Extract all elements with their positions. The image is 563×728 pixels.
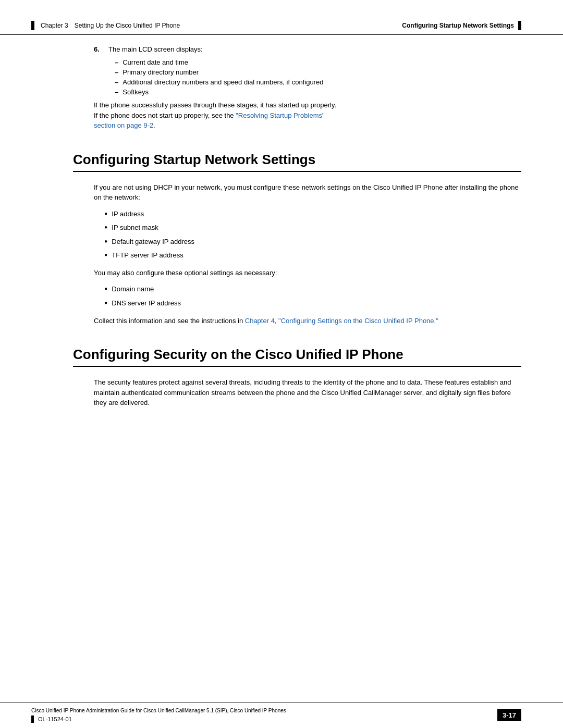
header-section-title: Configuring Startup Network Settings [402,22,514,29]
header-chapter-label: Chapter 3 [41,22,68,29]
optional-bullet-1: • Domain name [104,284,521,295]
dash-item-2: – Primary directory number [115,68,521,76]
bullet-item-4: • TFTP server IP address [104,250,521,262]
dash-text-3: Additional directory numbers and speed d… [123,78,323,86]
section2-body: The security features protect against se… [94,377,521,408]
section1-intro: If you are not using DHCP in your networ… [94,182,521,203]
bullet-text-1: IP address [112,209,144,219]
dash-symbol-4: – [115,88,118,96]
collect-info-para: Collect this information and see the ins… [94,316,521,326]
dash-item-3: – Additional directory numbers and speed… [115,78,521,86]
bullet-text-3: Default gateway IP address [112,237,194,247]
dash-item-4: – Softkeys [115,88,521,96]
section-on-page-link[interactable]: section on page 9-2. [94,121,155,129]
bullet-text-4: TFTP server IP address [112,250,183,261]
step-text: The main LCD screen displays: [108,45,203,53]
optional-text-2: DNS server IP address [112,298,181,309]
dash-symbol-1: – [115,58,118,66]
header-left: Chapter 3 Setting Up the Cisco Unified I… [31,21,180,30]
closing-line2-prefix: If the phone does not start up properly,… [94,112,236,119]
page: Chapter 3 Setting Up the Cisco Unified I… [0,0,563,728]
section2-heading: Configuring Security on the Cisco Unifie… [73,347,521,367]
step-number: 6. [94,45,104,53]
bullet-dot-2: • [104,223,107,234]
step-6: 6. The main LCD screen displays: [94,45,521,53]
header-right: Configuring Startup Network Settings [402,21,521,30]
header-bar-right-icon [518,21,521,30]
bullet-item-3: • Default gateway IP address [104,237,521,248]
page-footer: Cisco Unified IP Phone Administration Gu… [0,702,563,728]
header-bar-left-icon [31,21,34,30]
bullet-item-2: • IP subnet mask [104,223,521,234]
footer-doc-title: Cisco Unified IP Phone Administration Gu… [31,708,286,713]
closing-para: If the phone successfully passes through… [94,100,521,131]
dash-text-4: Softkeys [123,88,149,96]
footer-bar-icon [31,715,34,723]
dash-text-1: Current date and time [123,58,188,66]
closing-line1: If the phone successfully passes through… [94,101,336,109]
section1-bullet-list: • IP address • IP subnet mask • Default … [104,209,521,262]
collect-prefix: Collect this information and see the ins… [94,317,245,325]
main-content: 6. The main LCD screen displays: – Curre… [0,35,563,435]
bullet-item-1: • IP address [104,209,521,220]
chapter4-link[interactable]: Chapter 4, "Configuring Settings on the … [245,317,438,325]
header-chapter-title: Setting Up the Cisco Unified IP Phone [75,22,180,29]
dash-symbol-2: – [115,68,118,76]
bullet-dot-1: • [104,209,107,220]
optional-dot-1: • [104,284,107,295]
dash-symbol-3: – [115,78,118,86]
footer-bottom-row: OL-11524-01 [31,715,286,723]
optional-bullet-2: • DNS server IP address [104,298,521,310]
section1-heading: Configuring Startup Network Settings [73,152,521,172]
footer-left: Cisco Unified IP Phone Administration Gu… [31,708,286,723]
dash-text-2: Primary directory number [123,68,199,76]
footer-page-number: 3-17 [497,709,521,721]
footer-part-number: OL-11524-01 [38,716,72,722]
optional-intro: You may also configure these optional se… [94,268,521,278]
optional-bullet-list: • Domain name • DNS server IP address [104,284,521,309]
bullet-text-2: IP subnet mask [112,223,158,233]
dash-list: – Current date and time – Primary direct… [115,58,521,96]
page-header: Chapter 3 Setting Up the Cisco Unified I… [0,0,563,35]
resolving-startup-link[interactable]: "Resolving Startup Problems" [236,112,324,119]
optional-text-1: Domain name [112,284,154,294]
optional-dot-2: • [104,298,107,310]
bullet-dot-4: • [104,250,107,262]
bullet-dot-3: • [104,237,107,248]
dash-item-1: – Current date and time [115,58,521,66]
